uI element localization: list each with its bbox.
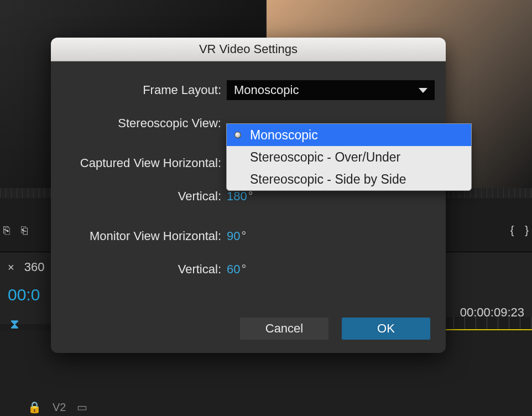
degree-symbol: ° — [241, 262, 246, 277]
monitor-horizontal-value[interactable]: 90 — [227, 229, 240, 243]
timeline-tab-label: 360 — [24, 260, 45, 274]
dropdown-option-monoscopic[interactable]: Monoscopic — [227, 124, 471, 146]
insert-icon[interactable]: ⎘ — [3, 224, 10, 237]
dialog-title: VR Video Settings — [199, 42, 298, 56]
monitor-vertical-value[interactable]: 60 — [227, 262, 240, 277]
track-lock-icon[interactable]: 🔒 — [28, 401, 41, 414]
monitor-vertical-label: Vertical: — [51, 262, 227, 277]
vr-video-settings-dialog: VR Video Settings Frame Layout: Monoscop… — [51, 38, 446, 353]
close-icon[interactable]: × — [8, 261, 14, 274]
track-toggle-icon[interactable]: ▭ — [77, 401, 87, 414]
degree-symbol: ° — [241, 229, 246, 243]
frame-layout-dropdown[interactable]: Monoscopic Stereoscopic - Over/Under Ste… — [226, 123, 472, 191]
ok-button[interactable]: OK — [342, 318, 430, 340]
dialog-titlebar[interactable]: VR Video Settings — [51, 38, 446, 61]
mark-in-icon[interactable]: { — [510, 224, 514, 237]
captured-vertical-value[interactable]: 180 — [227, 189, 247, 204]
frame-layout-select[interactable]: Monoscopic — [227, 80, 435, 100]
captured-vertical-label: Vertical: — [51, 189, 227, 204]
dropdown-option-side-by-side[interactable]: Stereoscopic - Side by Side — [227, 168, 471, 190]
degree-symbol: ° — [248, 189, 253, 204]
frame-layout-label: Frame Layout: — [51, 83, 227, 97]
cancel-button[interactable]: Cancel — [240, 318, 328, 340]
timeline-tab[interactable]: × 360 — [8, 260, 44, 274]
current-timecode[interactable]: 00:0 — [8, 285, 40, 304]
dropdown-option-over-under[interactable]: Stereoscopic - Over/Under — [227, 146, 471, 168]
track-label[interactable]: V2 — [53, 401, 66, 414]
row-monitor-vertical: Vertical: 60 ° — [51, 257, 446, 282]
dialog-body: Frame Layout: Monoscopic Stereoscopic Vi… — [51, 61, 446, 353]
snap-icon[interactable]: ⧗ — [10, 316, 23, 330]
row-monitor-horizontal: Monitor View Horizontal: 90 ° — [51, 223, 446, 249]
dialog-button-row: Cancel OK — [240, 318, 430, 340]
monitor-horizontal-label: Monitor View Horizontal: — [51, 229, 227, 243]
overwrite-icon[interactable]: ⎗ — [21, 224, 28, 237]
stereoscopic-view-label: Stereoscopic View: — [51, 116, 227, 131]
track-header: 🔒 V2 ▭ — [28, 401, 87, 414]
chevron-down-icon — [419, 88, 427, 93]
mark-out-icon[interactable]: } — [525, 224, 529, 237]
row-frame-layout: Frame Layout: Monoscopic — [51, 77, 446, 103]
captured-horizontal-label: Captured View Horizontal: — [51, 156, 227, 170]
frame-layout-value: Monoscopic — [234, 83, 299, 97]
